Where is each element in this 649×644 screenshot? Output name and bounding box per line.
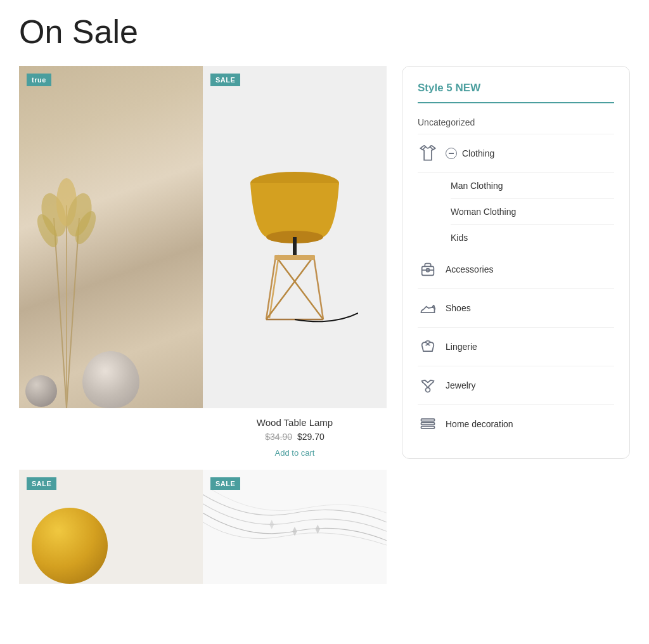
svg-rect-30 — [421, 423, 435, 425]
category-item-jewelry[interactable]: Jewelry — [418, 366, 614, 405]
sub-item-kids[interactable]: Kids — [451, 225, 614, 250]
svg-rect-17 — [274, 255, 315, 260]
svg-line-0 — [54, 218, 67, 408]
clothing-subcategories: Man Clothing Woman Clothing Kids — [418, 173, 614, 250]
lingerie-svg — [419, 338, 437, 356]
product-image-3: SALE — [19, 470, 203, 584]
product-name-2: Wood Table Lamp — [209, 417, 380, 428]
category-section: Uncategorized — [418, 111, 614, 443]
svg-line-15 — [276, 256, 323, 319]
add-to-cart-button-2[interactable]: Add to cart — [275, 448, 315, 458]
jewelry-svg — [419, 377, 437, 394]
lamp-svg — [231, 110, 358, 364]
svg-rect-10 — [293, 237, 297, 256]
main-layout: true — [19, 66, 630, 584]
shoes-name: Shoes — [446, 303, 471, 313]
category-item-home-decoration[interactable]: Home decoration — [418, 405, 614, 443]
category-item-accessories[interactable]: Accessories — [418, 250, 614, 289]
clothing-name: Clothing — [462, 148, 494, 158]
shoes-svg — [419, 299, 437, 317]
category-item-lingerie[interactable]: Lingerie — [418, 328, 614, 366]
home-decoration-svg — [419, 415, 437, 433]
svg-rect-21 — [422, 266, 434, 275]
jewelry-name: Jewelry — [446, 380, 475, 390]
clothing-svg — [419, 145, 437, 162]
clothing-expand: Clothing — [446, 148, 494, 159]
accessories-icon — [418, 259, 438, 280]
style-title: Style 5 NEW — [418, 82, 614, 103]
sale-badge-2: SALE — [210, 74, 240, 86]
minus-icon — [446, 148, 457, 159]
lingerie-name: Lingerie — [446, 342, 477, 352]
home-decoration-name: Home decoration — [446, 419, 513, 429]
sub-item-man-clothing[interactable]: Man Clothing — [451, 173, 614, 199]
category-item-shoes[interactable]: Shoes — [418, 289, 614, 328]
uncategorized-label: Uncategorized — [418, 111, 614, 134]
accessories-svg — [419, 261, 437, 278]
svg-line-27 — [425, 380, 428, 383]
original-price-2: $34.90 — [265, 432, 292, 442]
product-prices-2: $34.90 $29.70 — [209, 432, 380, 442]
product-card-3: SALE — [19, 470, 203, 584]
home-decoration-icon — [418, 414, 438, 434]
page-title: On Sale — [19, 13, 630, 51]
sidebar: Style 5 NEW Uncategorized — [402, 66, 630, 459]
product-image-2: SALE — [203, 66, 387, 408]
category-item-clothing[interactable]: Clothing — [418, 134, 614, 173]
svg-point-26 — [426, 388, 430, 392]
product-image-4: SALE — [203, 470, 387, 584]
style-box: Style 5 NEW Uncategorized — [402, 66, 630, 459]
clothing-icon — [418, 143, 438, 164]
shoes-icon — [418, 298, 438, 318]
sale-badge-1: true — [27, 74, 51, 86]
accessories-name: Accessories — [446, 264, 493, 274]
svg-line-2 — [67, 218, 79, 408]
sub-item-woman-clothing[interactable]: Woman Clothing — [451, 199, 614, 225]
product-card-4: SALE — [203, 470, 387, 584]
lingerie-icon — [418, 337, 438, 357]
page-wrapper: On Sale true — [0, 0, 649, 596]
svg-marker-20 — [316, 524, 320, 534]
svg-rect-31 — [421, 427, 435, 429]
products-grid: true — [19, 66, 387, 584]
sale-badge-3: SALE — [27, 477, 56, 490]
sale-price-2: $29.70 — [297, 432, 324, 442]
product-info-2: Wood Table Lamp $34.90 $29.70 Add to car… — [203, 408, 387, 470]
svg-marker-19 — [269, 520, 274, 529]
product-card-2: SALE — [203, 66, 387, 470]
svg-rect-29 — [421, 419, 435, 422]
product-image-1: true — [19, 66, 203, 408]
jewelry-icon — [418, 375, 438, 396]
product-card-1: true — [19, 66, 203, 470]
minus-line — [449, 153, 454, 154]
sale-badge-4: SALE — [210, 477, 240, 490]
svg-line-28 — [428, 380, 431, 383]
